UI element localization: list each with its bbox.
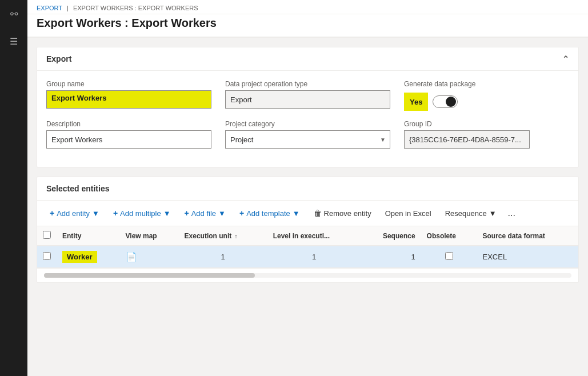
project-category-wrapper: Project Integration Connector ▼ [225, 130, 390, 149]
col-obsolete: Obsolete [421, 226, 477, 246]
add-multiple-chevron: ▼ [163, 209, 171, 218]
page-title: Export Workers : Export Workers [37, 17, 579, 30]
table-row[interactable]: Worker 📄 1 1 1 EXCEL [37, 246, 578, 268]
view-map-icon[interactable]: 📄 [126, 252, 137, 262]
col-source-data-format-label: Source data format [483, 232, 545, 240]
horizontal-scrollbar-container [37, 268, 578, 282]
description-input[interactable] [46, 130, 211, 149]
col-execution-unit: Execution unit ↑ [179, 226, 267, 246]
data-project-op-label: Data project operation type [225, 80, 390, 88]
row-execution-unit-cell: 1 [179, 246, 267, 268]
add-file-plus-icon: + [185, 209, 189, 218]
resequence-label: Resequence [445, 209, 487, 218]
add-entity-button[interactable]: + Add entity ▼ [44, 206, 105, 221]
selected-entities-card: Selected entities + Add entity ▼ + Add m… [37, 177, 579, 283]
row-checkbox[interactable] [43, 252, 51, 260]
more-options-button[interactable]: ... [505, 205, 519, 221]
group-id-input[interactable] [404, 130, 530, 149]
breadcrumb-export-link[interactable]: EXPORT [37, 5, 62, 11]
add-entity-label: Add entity [57, 209, 90, 218]
toggle-yes-label: Yes [404, 93, 428, 111]
project-category-select[interactable]: Project Integration Connector [225, 130, 390, 149]
more-icon: ... [508, 208, 515, 218]
select-all-checkbox[interactable] [43, 231, 51, 239]
content-area: Export ⌃ Group name Export Workers Data … [27, 38, 588, 376]
entity-table-header: Entity View map Execution unit ↑ Level i… [37, 226, 578, 246]
entity-name-badge: Worker [62, 251, 97, 263]
remove-entity-label: Remove entity [324, 209, 371, 218]
entity-table-scroll[interactable]: Entity View map Execution unit ↑ Level i… [37, 226, 578, 268]
generate-package-toggle[interactable] [433, 95, 458, 108]
breadcrumb-current: EXPORT WORKERS : EXPORT WORKERS [73, 5, 198, 11]
add-multiple-plus-icon: + [113, 209, 118, 218]
open-in-excel-button[interactable]: Open in Excel [379, 206, 437, 221]
project-category-field: Project category Project Integration Con… [225, 120, 390, 149]
collapse-icon[interactable]: ⌃ [562, 54, 569, 63]
group-id-label: Group ID [404, 120, 569, 128]
add-entity-chevron: ▼ [92, 209, 99, 218]
col-checkbox [37, 226, 57, 246]
project-category-label: Project category [225, 120, 390, 128]
row-entity-cell: Worker [57, 246, 120, 268]
group-id-field: Group ID [404, 120, 569, 149]
resequence-button[interactable]: Resequence ▼ [439, 206, 502, 221]
export-card-header: Export ⌃ [37, 47, 578, 71]
data-project-op-field: Data project operation type [225, 80, 390, 111]
description-field: Description [46, 120, 211, 149]
obsolete-checkbox[interactable] [445, 252, 453, 260]
page-title-bar: Export Workers : Export Workers [27, 14, 588, 37]
scrollbar-thumb[interactable] [44, 273, 255, 278]
add-template-chevron: ▼ [293, 209, 300, 218]
form-row-1: Group name Export Workers Data project o… [46, 80, 569, 111]
row-obsolete-cell [421, 246, 477, 268]
col-obsolete-label: Obsolete [427, 232, 456, 240]
row-source-data-format-cell: EXCEL [477, 246, 579, 268]
trash-icon: 🗑 [314, 209, 322, 218]
row-view-map-cell: 📄 [120, 246, 179, 268]
breadcrumb: EXPORT | EXPORT WORKERS : EXPORT WORKERS [27, 0, 588, 14]
add-template-label: Add template [246, 209, 290, 218]
export-card-title: Export [46, 54, 71, 63]
entity-table: Entity View map Execution unit ↑ Level i… [37, 226, 578, 268]
add-multiple-button[interactable]: + Add multiple ▼ [107, 206, 177, 221]
scrollbar-track[interactable] [44, 273, 571, 278]
plus-icon: + [50, 209, 54, 218]
form-row-2: Description Project category Project Int… [46, 120, 569, 149]
selected-entities-title: Selected entities [46, 184, 110, 193]
breadcrumb-separator: | [67, 5, 69, 11]
filter-icon[interactable]: ⚯ [5, 5, 23, 23]
group-name-label: Group name [46, 80, 211, 88]
sidebar: ⚯ ☰ [0, 0, 27, 376]
generate-data-package-label: Generate data package [404, 80, 569, 88]
sort-asc-icon: ↑ [235, 233, 238, 239]
description-label: Description [46, 120, 211, 128]
col-sequence: Sequence [361, 226, 421, 246]
add-file-button[interactable]: + Add file ▼ [179, 206, 231, 221]
add-template-plus-icon: + [239, 209, 244, 218]
export-card: Export ⌃ Group name Export Workers Data … [37, 47, 579, 167]
data-project-op-input[interactable] [225, 90, 390, 109]
add-file-label: Add file [191, 209, 216, 218]
group-name-value[interactable]: Export Workers [46, 90, 211, 109]
remove-entity-button[interactable]: 🗑 Remove entity [308, 206, 377, 221]
menu-icon[interactable]: ☰ [5, 32, 23, 50]
open-in-excel-label: Open in Excel [385, 209, 431, 218]
main-content: EXPORT | EXPORT WORKERS : EXPORT WORKERS… [27, 0, 588, 376]
export-card-body: Group name Export Workers Data project o… [37, 71, 578, 167]
col-source-data-format: Source data format [477, 226, 579, 246]
col-level-label: Level in executi... [273, 232, 330, 240]
col-view-map-label: View map [126, 232, 157, 240]
entity-table-body: Worker 📄 1 1 1 EXCEL [37, 246, 578, 268]
resequence-chevron: ▼ [489, 209, 497, 218]
col-level-in-execution: Level in executi... [267, 226, 361, 246]
col-execution-unit-label: Execution unit [185, 232, 232, 240]
selected-entities-header: Selected entities [37, 177, 578, 201]
group-name-field: Group name Export Workers [46, 80, 211, 111]
add-template-button[interactable]: + Add template ▼ [234, 206, 306, 221]
row-checkbox-cell [37, 246, 57, 268]
add-file-chevron: ▼ [218, 209, 226, 218]
generate-data-package-field: Generate data package Yes [404, 80, 569, 111]
toggle-knob [446, 97, 456, 107]
col-entity: Entity [57, 226, 120, 246]
col-entity-label: Entity [62, 232, 81, 240]
